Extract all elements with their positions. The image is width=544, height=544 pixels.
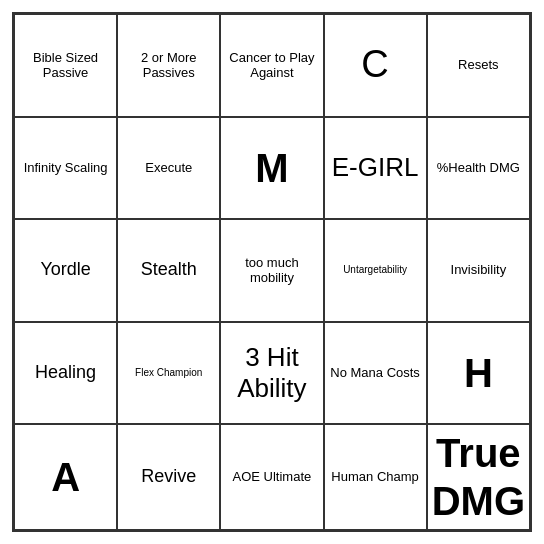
cell-label: Bible Sized Passive (19, 50, 112, 81)
cell-label: Infinity Scaling (24, 160, 108, 176)
cell-label: M (255, 144, 288, 192)
bingo-cell-r4c3: Human Champ (324, 424, 427, 530)
cell-label: Flex Champion (135, 367, 202, 379)
cell-label: E-GIRL (332, 152, 419, 183)
cell-label: Resets (458, 57, 498, 73)
bingo-cell-r1c0: Infinity Scaling (14, 117, 117, 220)
cell-label: Cancer to Play Against (225, 50, 318, 81)
cell-label: Stealth (141, 259, 197, 281)
bingo-board: Bible Sized Passive2 or More PassivesCan… (12, 12, 532, 532)
bingo-cell-r2c0: Yordle (14, 219, 117, 322)
bingo-cell-r0c3: C (324, 14, 427, 117)
bingo-cell-r1c1: Execute (117, 117, 220, 220)
bingo-cell-r2c3: Untargetability (324, 219, 427, 322)
bingo-cell-r0c0: Bible Sized Passive (14, 14, 117, 117)
bingo-cell-r4c1: Revive (117, 424, 220, 530)
cell-label: A (51, 453, 80, 501)
bingo-cell-r0c1: 2 or More Passives (117, 14, 220, 117)
bingo-cell-r0c4: Resets (427, 14, 530, 117)
cell-label: AOE Ultimate (233, 469, 312, 485)
bingo-cell-r3c2: 3 Hit Ability (220, 322, 323, 425)
cell-label: C (361, 42, 388, 88)
cell-label: 3 Hit Ability (225, 342, 318, 404)
bingo-cell-r3c4: H (427, 322, 530, 425)
cell-label: %Health DMG (437, 160, 520, 176)
cell-label: Human Champ (331, 469, 418, 485)
bingo-cell-r2c1: Stealth (117, 219, 220, 322)
cell-label: H (464, 349, 493, 397)
bingo-cell-r3c1: Flex Champion (117, 322, 220, 425)
bingo-cell-r2c4: Invisibility (427, 219, 530, 322)
bingo-cell-r4c4: True DMG (427, 424, 530, 530)
cell-label: 2 or More Passives (122, 50, 215, 81)
cell-label: Revive (141, 466, 196, 488)
bingo-cell-r1c2: M (220, 117, 323, 220)
bingo-cell-r3c3: No Mana Costs (324, 322, 427, 425)
cell-label: No Mana Costs (330, 365, 420, 381)
cell-label: Healing (35, 362, 96, 384)
cell-label: Yordle (40, 259, 90, 281)
bingo-cell-r4c0: A (14, 424, 117, 530)
bingo-cell-r1c3: E-GIRL (324, 117, 427, 220)
bingo-cell-r2c2: too much mobility (220, 219, 323, 322)
bingo-cell-r4c2: AOE Ultimate (220, 424, 323, 530)
cell-label: too much mobility (225, 255, 318, 286)
cell-label: Execute (145, 160, 192, 176)
bingo-cell-r3c0: Healing (14, 322, 117, 425)
bingo-cell-r0c2: Cancer to Play Against (220, 14, 323, 117)
bingo-cell-r1c4: %Health DMG (427, 117, 530, 220)
cell-label: Invisibility (451, 262, 507, 278)
cell-label: Untargetability (343, 264, 407, 276)
cell-label: True DMG (432, 429, 525, 525)
